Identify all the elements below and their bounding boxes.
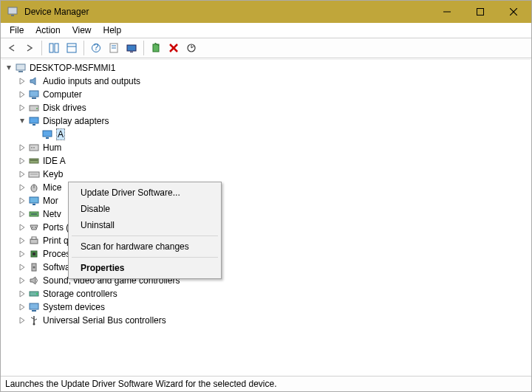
scan-button[interactable] [183,40,200,56]
expand-icon[interactable] [18,250,27,258]
ctx-scan[interactable]: Scan for hardware changes [70,238,219,255]
expand-icon[interactable] [18,263,27,272]
update-driver-button[interactable] [123,40,140,56]
tree-item-display[interactable]: Display adapters [1,114,531,128]
tree-label: Mor [43,196,58,206]
expand-icon[interactable] [18,196,27,205]
menu-action[interactable]: Action [30,24,66,37]
expand-icon[interactable] [18,236,27,245]
svg-rect-22 [18,71,23,72]
svg-point-45 [35,227,36,228]
tree-root[interactable]: DESKTOP-MSFMMI1 [1,61,531,75]
svg-rect-24 [32,97,36,99]
expand-icon[interactable] [18,90,27,99]
context-menu: Update Driver Software... Disable Uninst… [68,182,222,279]
ctx-update-driver[interactable]: Update Driver Software... [70,185,219,201]
properties-button[interactable] [106,40,122,56]
expand-icon[interactable] [18,183,27,192]
tree-item-hid[interactable]: Hum [1,141,531,154]
tree-item-computer[interactable]: Computer [1,88,531,101]
ctx-uninstall[interactable]: Uninstall [70,217,219,233]
ctx-separator [72,235,218,236]
svg-rect-7 [55,44,58,52]
system-icon [28,301,40,313]
expand-icon[interactable] [18,143,27,152]
expand-icon[interactable] [18,103,27,112]
expand-icon[interactable] [18,276,27,285]
ctx-separator [72,257,218,258]
tree-label: Computer [43,89,82,100]
enable-button[interactable] [148,40,164,56]
svg-point-26 [36,108,38,109]
tree-item-disk[interactable]: Disk drives [1,101,531,114]
tree-label: A [56,128,65,140]
tree-item-system[interactable]: System devices [1,300,531,314]
ctx-properties[interactable]: Properties [70,260,219,276]
tree-item-storage[interactable]: Storage controllers [1,287,531,300]
show-hide-button[interactable] [46,40,62,56]
menu-view[interactable]: View [66,24,98,37]
svg-rect-3 [477,9,483,16]
toolbar: ? [1,38,531,58]
uninstall-button[interactable] [166,40,182,56]
tree-label: Keyb [43,169,63,179]
cpu-icon [28,248,40,260]
hid-icon [28,142,40,154]
svg-rect-0 [8,7,17,14]
tree-root-label: DESKTOP-MSFMMI1 [30,63,115,73]
svg-point-57 [33,323,35,326]
tree-item-display-adapter[interactable]: A [1,128,531,141]
forward-button[interactable] [21,40,38,56]
storage-icon [28,288,40,300]
tree-item-keyboards[interactable]: Keyb [1,168,531,181]
menu-file[interactable]: File [4,24,30,37]
ide-icon [28,155,40,167]
help-button[interactable]: ? [88,40,104,56]
expand-icon[interactable] [18,303,27,312]
expand-icon[interactable] [18,289,27,298]
collapse-icon[interactable] [4,63,13,72]
tree-label: IDE A [43,156,66,166]
expand-icon[interactable] [18,210,27,219]
svg-rect-27 [30,117,38,123]
tree-item-usb[interactable]: Universal Serial Bus controllers [1,314,531,327]
app-icon [7,6,18,18]
ctx-disable[interactable]: Disable [70,201,219,217]
svg-rect-49 [33,252,35,255]
expand-icon[interactable] [18,316,27,325]
tree-item-ide[interactable]: IDE A [1,154,531,168]
svg-point-51 [33,267,35,269]
software-icon [28,261,40,273]
tree-label: Hum [43,142,61,153]
expand-icon[interactable] [18,157,27,165]
tree-label: System devices [43,302,105,312]
close-button[interactable] [497,1,530,22]
maximize-button[interactable] [463,1,497,22]
toolbar-separator [41,41,42,55]
svg-rect-23 [30,91,38,97]
svg-rect-46 [30,239,38,244]
back-button[interactable] [4,40,20,56]
menu-help[interactable]: Help [98,24,128,37]
expand-icon[interactable] [18,77,27,86]
collapse-icon[interactable] [18,117,27,125]
svg-rect-55 [32,310,36,312]
tree-label: Netv [43,209,61,219]
tree-item-audio[interactable]: Audio inputs and outputs [1,75,531,88]
usb-icon [28,314,40,326]
tree-label: Universal Serial Bus controllers [43,315,166,326]
titlebar: Device Manager [1,1,531,23]
disk-icon [28,102,40,114]
expand-icon[interactable] [18,223,27,232]
tree-label: Audio inputs and outputs [43,76,140,86]
expand-icon[interactable] [18,170,27,179]
network-icon [28,208,40,220]
audio-icon [28,75,40,87]
computer-icon [15,62,27,74]
minimize-button[interactable] [430,1,463,22]
view-button[interactable] [64,40,80,56]
svg-rect-30 [46,137,49,139]
svg-rect-1 [11,15,14,16]
monitor-icon [28,195,40,207]
tree-label: Storage controllers [43,289,117,299]
